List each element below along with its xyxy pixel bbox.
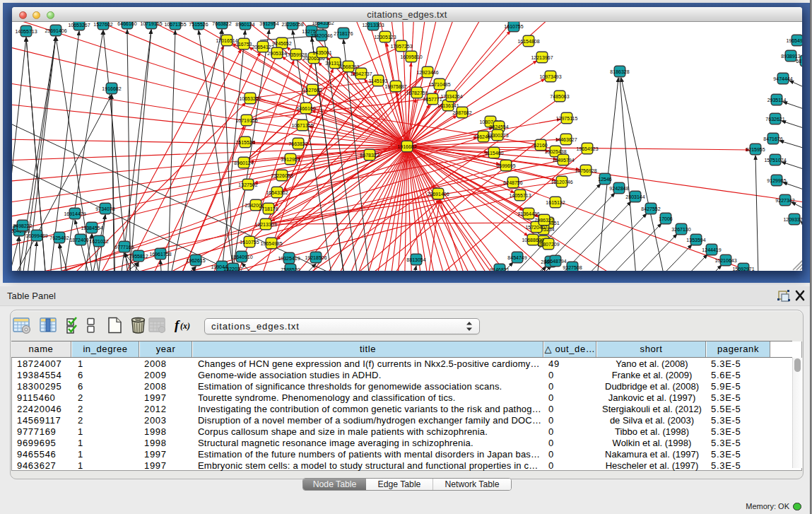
svg-text:19654985: 19654985 [260,241,282,246]
svg-text:23226058: 23226058 [281,22,303,27]
svg-text:9129965: 9129965 [767,178,786,183]
svg-text:1615132: 1615132 [546,200,565,205]
svg-text:16154808: 16154808 [517,39,539,44]
svg-text:1322037: 1322037 [223,267,242,271]
svg-text:19975887: 19975887 [384,84,406,89]
svg-text:9734078: 9734078 [95,206,114,211]
svg-text:10210643: 10210643 [714,258,736,263]
svg-text:23226058: 23226058 [271,173,293,178]
svg-text:1435001: 1435001 [312,50,331,55]
svg-text:10756928: 10756928 [575,168,596,173]
svg-text:13300273: 13300273 [486,133,508,138]
svg-text:16648794: 16648794 [544,259,566,264]
svg-text:1527602: 1527602 [93,22,112,27]
svg-text:12923446: 12923446 [416,70,438,75]
svg-text:9327508: 9327508 [563,265,582,270]
svg-text:23420046: 23420046 [310,33,332,38]
svg-text:(x): (x) [180,321,190,331]
svg-text:12213303: 12213303 [254,222,276,227]
svg-text:1145193: 1145193 [369,78,388,83]
svg-text:9245652: 9245652 [272,41,291,46]
svg-text:1244419: 1244419 [702,247,721,252]
svg-text:8960124: 8960124 [235,22,254,27]
svg-text:16099489: 16099489 [25,233,47,238]
svg-text:1916682: 1916682 [397,144,416,149]
svg-text:10719155: 10719155 [235,118,257,123]
svg-text:12975115: 12975115 [556,116,578,121]
svg-text:2087682: 2087682 [452,110,471,115]
svg-text:1610755: 1610755 [240,240,259,245]
svg-text:3267130: 3267130 [671,227,690,232]
svg-text:9115460: 9115460 [485,151,504,156]
svg-text:8471676: 8471676 [763,136,782,141]
svg-text:12213967: 12213967 [531,55,553,60]
svg-text:16543362: 16543362 [266,190,288,195]
svg-text:16914479: 16914479 [64,211,86,216]
svg-text:14136141: 14136141 [437,103,459,108]
svg-text:10688609: 10688609 [522,238,543,243]
svg-text:2803144: 2803144 [625,194,645,199]
svg-text:6466160: 6466160 [117,22,136,26]
svg-text:9498222: 9498222 [13,223,32,228]
svg-text:18640910: 18640910 [230,255,252,259]
svg-text:1353594: 1353594 [686,238,705,243]
svg-text:16961758: 16961758 [149,252,171,257]
svg-text:8454749: 8454749 [507,255,526,260]
svg-text:1527602: 1527602 [302,88,322,93]
svg-text:8186328: 8186328 [610,69,629,74]
svg-text:9699695: 9699695 [496,163,515,168]
svg-text:16782759: 16782759 [406,90,428,95]
svg-text:10653267: 10653267 [68,23,90,28]
svg-text:6248756: 6248756 [503,180,522,185]
svg-text:10719155: 10719155 [140,22,162,26]
svg-text:8938913: 8938913 [781,54,800,59]
svg-text:17016514: 17016514 [216,38,237,43]
svg-text:16543362: 16543362 [312,22,334,25]
svg-text:8215955: 8215955 [746,147,765,152]
svg-text:10671355: 10671355 [291,123,313,128]
svg-text:12093372: 12093372 [783,217,802,222]
svg-text:19654923: 19654923 [576,146,598,151]
svg-text:8813054: 8813054 [406,257,425,262]
svg-text:17334264: 17334264 [440,94,462,99]
svg-text:2718176: 2718176 [334,31,353,36]
svg-text:19654985: 19654985 [786,38,802,43]
svg-text:11568293: 11568293 [338,64,360,69]
svg-text:f: f [175,317,180,332]
svg-text:17957253: 17957253 [390,44,412,49]
svg-text:9777169: 9777169 [114,245,134,250]
svg-text:2935114: 2935114 [767,98,787,103]
svg-text:20654122: 20654122 [252,45,273,49]
svg-text:7663822: 7663822 [212,22,231,26]
svg-text:21364436: 21364436 [517,211,539,216]
svg-text:7485063: 7485063 [550,94,569,99]
svg-text:23691406: 23691406 [45,28,66,33]
svg-text:6879197: 6879197 [796,59,802,64]
svg-text:14055713: 14055713 [15,29,37,34]
svg-text:18724007: 18724007 [69,238,91,243]
svg-text:10025438: 10025438 [544,149,566,154]
svg-text:62160: 62160 [534,143,548,148]
svg-text:9857771: 9857771 [423,97,442,102]
svg-text:19325419: 19325419 [278,256,300,261]
svg-text:10973493: 10973493 [539,74,561,79]
svg-text:15710485: 15710485 [428,82,450,87]
svg-text:1916682: 1916682 [102,86,121,91]
svg-text:1327502: 1327502 [238,182,257,187]
svg-text:3912954: 3912954 [281,157,300,162]
svg-text:3912954: 3912954 [259,22,278,26]
svg-text:12942737: 12942737 [350,71,372,76]
svg-text:15692971: 15692971 [732,267,754,271]
svg-text:10671355: 10671355 [164,22,186,27]
svg-text:116753: 116753 [236,42,252,47]
svg-text:9474444: 9474444 [773,76,792,81]
svg-text:7515526: 7515526 [189,22,208,27]
svg-text:10653267: 10653267 [239,96,261,101]
svg-text:12305123: 12305123 [374,35,396,40]
svg-text:7632621: 7632621 [765,117,784,122]
svg-text:7663822: 7663822 [288,141,307,146]
svg-text:1962615: 1962615 [186,258,205,263]
svg-text:8427552: 8427552 [641,206,660,211]
svg-text:12213303: 12213303 [362,23,384,28]
svg-text:18495794: 18495794 [552,158,574,163]
